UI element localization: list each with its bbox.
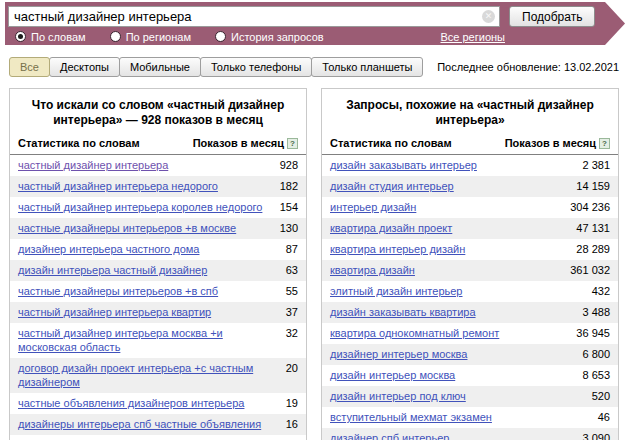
keyword-link[interactable]: интерьер дизайн xyxy=(330,200,428,214)
table-row: частные дизайнеры интерьеров +в спб 55 xyxy=(10,281,306,302)
help-icon[interactable]: ? xyxy=(599,138,610,149)
clear-icon[interactable]: ✕ xyxy=(482,10,495,23)
last-update-label: Последнее обновление: 13.02.2021 xyxy=(437,61,619,73)
table-row: квартира дизайн 361 032 xyxy=(322,260,618,281)
impressions-count: 3 090 xyxy=(582,431,610,440)
radio-by-words[interactable]: По словам xyxy=(15,31,86,43)
help-icon[interactable]: ? xyxy=(287,138,298,149)
keyword-link[interactable]: частный дизайнер интерьера москва +и мос… xyxy=(18,326,286,354)
keyword-link[interactable]: частный дизайнер интерьера королев недор… xyxy=(18,200,274,214)
table-row: квартира интерьер дизайн 28 289 xyxy=(322,239,618,260)
impressions-count: 63 xyxy=(286,263,298,277)
panel-similar-queries: Запросы, похожие на «частный дизайнер ин… xyxy=(321,88,619,440)
keyword-link[interactable]: частные дизайнеры интерьеров +в москве xyxy=(18,221,248,235)
mode-radio-row: По словам По регионам История запросов В… xyxy=(8,28,625,45)
table-row: частный дизайнер интерьера королев недор… xyxy=(10,197,306,218)
keyword-link[interactable]: частные объявления дизайнеров интерьера xyxy=(18,396,256,410)
table-row: дизайн интерьер под ключ 520 xyxy=(322,386,618,407)
radio-circle-icon xyxy=(110,31,121,42)
keyword-link[interactable]: квартира дизайн проект xyxy=(330,221,464,235)
table-row: частные объявления дизайнеров интерьера … xyxy=(10,393,306,414)
table-row: частный дизайнер интерьера москва +и мос… xyxy=(10,323,306,358)
keyword-link[interactable]: вступительный мехмат экзамен xyxy=(330,410,504,424)
keyword-link[interactable]: дизайнер интерьер москва xyxy=(330,347,479,361)
radio-by-regions[interactable]: По регионам xyxy=(110,31,191,43)
table-row: элитный дизайн интерьер 432 xyxy=(322,281,618,302)
impressions-count: 19 xyxy=(286,396,298,410)
impressions-count: 6 800 xyxy=(582,347,610,361)
table-row: дизайнер спб интерьер 3 090 xyxy=(322,428,618,440)
keyword-link[interactable]: частный дизайнер интерьера недорого xyxy=(18,179,230,193)
column-count-header: Показов в месяц ? xyxy=(505,137,610,149)
all-regions-link[interactable]: Все регионы xyxy=(440,31,505,43)
table-row: квартира однокомнатный ремонт 36 945 xyxy=(322,323,618,344)
keyword-link[interactable]: квартира интерьер дизайн xyxy=(330,242,477,256)
impressions-count: 14 159 xyxy=(576,179,610,193)
impressions-count: 37 xyxy=(286,305,298,319)
keyword-link[interactable]: дизайн интерьера частный дизайнер xyxy=(18,263,219,277)
column-headers: Статистика по словам Показов в месяц ? xyxy=(322,133,618,155)
impressions-count: 520 xyxy=(592,389,610,403)
search-banner: ✕ Подобрать По словам По регионам Истори… xyxy=(5,2,625,45)
impressions-count: 3 488 xyxy=(582,305,610,319)
keyword-link[interactable]: элитный дизайн интерьер xyxy=(330,284,475,298)
panel-title: Что искали со словом «частный дизайнер и… xyxy=(10,89,306,133)
impressions-count: 154 xyxy=(280,200,298,214)
keyword-link[interactable]: дизайнер спб интерьер xyxy=(330,431,461,440)
keyword-link[interactable]: дизайнер интерьера частного дома xyxy=(18,242,211,256)
tab-mobile[interactable]: Мобильные xyxy=(119,57,201,77)
impressions-count: 20 xyxy=(286,361,298,389)
tab-tablets-only[interactable]: Только планшеты xyxy=(311,57,423,77)
impressions-count: 32 xyxy=(286,326,298,354)
tab-phones-only[interactable]: Только телефоны xyxy=(200,57,312,77)
impressions-count: 47 131 xyxy=(576,221,610,235)
keyword-link[interactable]: частные дизайнеры интерьеров +в спб xyxy=(18,284,230,298)
column-count-header: Показов в месяц ? xyxy=(193,137,298,149)
panel-title: Запросы, похожие на «частный дизайнер ин… xyxy=(322,89,618,133)
table-row: дизайн интерьер москва 8 653 xyxy=(322,365,618,386)
table-row: дизайн заказывать интерьер 2 381 xyxy=(322,155,618,176)
keyword-link[interactable]: дизайн заказывать интерьер xyxy=(330,158,489,172)
impressions-count: 304 236 xyxy=(570,200,610,214)
column-headers: Статистика по словам Показов в месяц ? xyxy=(10,133,306,155)
keyword-link[interactable]: дизайнеры интерьера спб частные объявлен… xyxy=(18,417,273,431)
tab-all[interactable]: Все xyxy=(9,57,50,77)
table-row: частный дизайнер интерьера 928 xyxy=(10,155,306,176)
table-row: дизайнер интерьер москва 6 800 xyxy=(322,344,618,365)
table-row: услуги частного дизайнера интерьера 15 xyxy=(10,435,306,440)
impressions-count: 55 xyxy=(286,284,298,298)
impressions-count: 36 945 xyxy=(576,326,610,340)
impressions-count: 928 xyxy=(280,158,298,172)
table-row: частный дизайнер интерьера недорого 182 xyxy=(10,176,306,197)
impressions-count: 130 xyxy=(280,221,298,235)
keyword-link[interactable]: частный дизайнер интерьера xyxy=(18,158,180,172)
keyword-link[interactable]: квартира дизайн xyxy=(330,263,427,277)
impressions-count: 2 381 xyxy=(582,158,610,172)
search-row: ✕ Подобрать xyxy=(8,6,625,27)
keyword-link[interactable]: дизайн интерьер москва xyxy=(330,368,467,382)
keyword-link[interactable]: дизайн заказывать квартира xyxy=(330,305,488,319)
keyword-link[interactable]: договор дизайн проект интерьера +с частн… xyxy=(18,361,286,389)
panel-searched-with-word: Что искали со словом «частный дизайнер и… xyxy=(9,88,307,440)
radio-label: По регионам xyxy=(126,31,191,43)
table-row: договор дизайн проект интерьера +с частн… xyxy=(10,358,306,393)
results-panels: Что искали со словом «частный дизайнер и… xyxy=(9,88,619,440)
table-row: вступительный мехмат экзамен 46 xyxy=(322,407,618,428)
impressions-count: 87 xyxy=(286,242,298,256)
keyword-link[interactable]: дизайн интерьер под ключ xyxy=(330,389,478,403)
search-input[interactable] xyxy=(8,6,500,27)
keyword-link[interactable]: дизайн студия интерьер xyxy=(330,179,466,193)
impressions-count: 182 xyxy=(280,179,298,193)
table-row: квартира дизайн проект 47 131 xyxy=(322,218,618,239)
impressions-count: 16 xyxy=(286,417,298,431)
submit-button[interactable]: Подобрать xyxy=(509,6,595,27)
search-input-wrap: ✕ xyxy=(8,6,500,27)
tab-desktops[interactable]: Десктопы xyxy=(49,57,120,77)
table-row: дизайнеры интерьера спб частные объявлен… xyxy=(10,414,306,435)
keyword-link[interactable]: квартира однокомнатный ремонт xyxy=(330,326,511,340)
impressions-count: 8 653 xyxy=(582,368,610,382)
impressions-count: 46 xyxy=(598,410,610,424)
radio-query-history[interactable]: История запросов xyxy=(215,31,324,43)
radio-label: История запросов xyxy=(231,31,324,43)
keyword-link[interactable]: частный дизайнер интерьера квартир xyxy=(18,305,223,319)
